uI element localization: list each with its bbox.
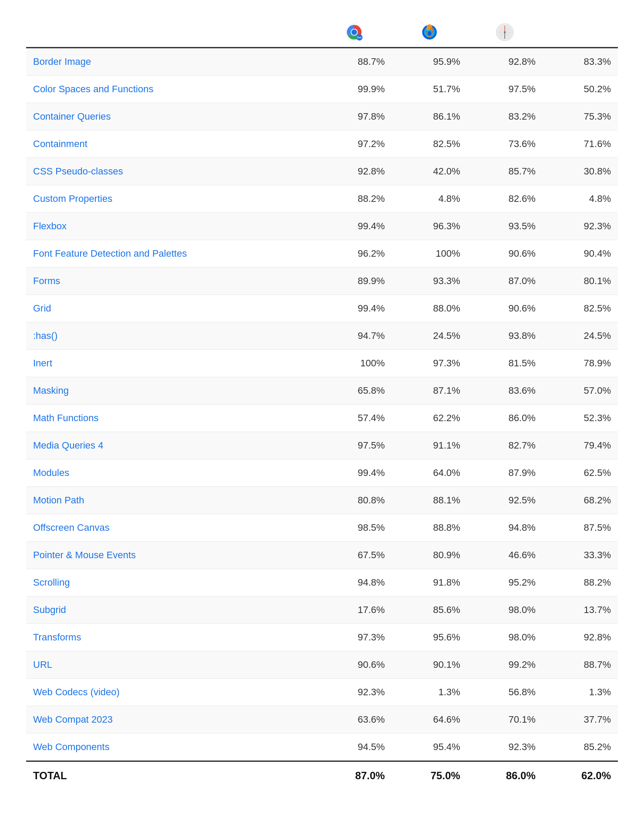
interop-value: 90.4%	[543, 240, 618, 268]
table-row: Media Queries 4 97.5% 91.1% 82.7% 79.4%	[26, 432, 618, 459]
area-name[interactable]: Pointer & Mouse Events	[26, 542, 316, 569]
svg-point-12	[428, 32, 432, 36]
area-col-header	[26, 17, 316, 48]
area-link[interactable]: :has()	[33, 330, 57, 341]
safari-value: 82.7%	[467, 432, 543, 459]
area-name[interactable]: Custom Properties	[26, 185, 316, 213]
chrome-value: 99.4%	[316, 459, 392, 487]
table-row: Grid 99.4% 88.0% 90.6% 82.5%	[26, 295, 618, 322]
table-row: Inert 100% 97.3% 81.5% 78.9%	[26, 350, 618, 377]
area-link[interactable]: Transforms	[33, 632, 81, 643]
chrome-value: 65.8%	[316, 377, 392, 405]
interop-value: 1.3%	[543, 679, 618, 706]
area-name[interactable]: Forms	[26, 268, 316, 295]
area-link[interactable]: Media Queries 4	[33, 440, 103, 451]
chrome-value: 94.7%	[316, 322, 392, 350]
firefox-value: 62.2%	[392, 405, 467, 432]
area-name[interactable]: Offscreen Canvas	[26, 514, 316, 542]
area-link[interactable]: URL	[33, 659, 52, 670]
chrome-value: 63.6%	[316, 706, 392, 734]
area-link[interactable]: Border Image	[33, 56, 91, 67]
area-link[interactable]: Inert	[33, 358, 52, 369]
area-name[interactable]: Containment	[26, 131, 316, 158]
area-name[interactable]: :has()	[26, 322, 316, 350]
safari-value: 97.5%	[467, 76, 543, 103]
area-name[interactable]: Color Spaces and Functions	[26, 76, 316, 103]
area-name[interactable]: Modules	[26, 459, 316, 487]
safari-value: 98.0%	[467, 596, 543, 624]
area-name[interactable]: Flexbox	[26, 213, 316, 240]
area-link[interactable]: Modules	[33, 467, 69, 478]
area-link[interactable]: Custom Properties	[33, 193, 112, 204]
safari-value: 90.6%	[467, 295, 543, 322]
table-row: Custom Properties 88.2% 4.8% 82.6% 4.8%	[26, 185, 618, 213]
safari-value: 92.3%	[467, 734, 543, 761]
safari-value: 56.8%	[467, 679, 543, 706]
area-link[interactable]: CSS Pseudo-classes	[33, 166, 123, 177]
table-row: :has() 94.7% 24.5% 93.8% 24.5%	[26, 322, 618, 350]
chrome-value: 100%	[316, 350, 392, 377]
total-firefox: 75.0%	[392, 761, 467, 790]
svg-point-2	[351, 30, 357, 35]
chrome-value: 94.5%	[316, 734, 392, 761]
firefox-value: 88.0%	[392, 295, 467, 322]
total-safari: 86.0%	[467, 761, 543, 790]
area-link[interactable]: Subgrid	[33, 604, 66, 615]
area-link[interactable]: Color Spaces and Functions	[33, 84, 153, 94]
area-name[interactable]: Masking	[26, 377, 316, 405]
table-row: Subgrid 17.6% 85.6% 98.0% 13.7%	[26, 596, 618, 624]
area-name[interactable]: Web Codecs (video)	[26, 679, 316, 706]
area-link[interactable]: Forms	[33, 275, 60, 286]
area-name[interactable]: Container Queries	[26, 103, 316, 131]
area-link[interactable]: Offscreen Canvas	[33, 522, 110, 533]
area-link[interactable]: Web Components	[33, 741, 110, 752]
area-name[interactable]: Inert	[26, 350, 316, 377]
area-link[interactable]: Scrolling	[33, 577, 70, 588]
area-link[interactable]: Font Feature Detection and Palettes	[33, 248, 187, 259]
area-name[interactable]: CSS Pseudo-classes	[26, 158, 316, 185]
firefox-value: 93.3%	[392, 268, 467, 295]
safari-value: 92.5%	[467, 487, 543, 514]
area-name[interactable]: Font Feature Detection and Palettes	[26, 240, 316, 268]
area-name[interactable]: Motion Path	[26, 487, 316, 514]
area-link[interactable]: Motion Path	[33, 495, 84, 506]
area-name[interactable]: Subgrid	[26, 596, 316, 624]
safari-value: 83.6%	[467, 377, 543, 405]
chrome-value: 97.5%	[316, 432, 392, 459]
area-link[interactable]: Math Functions	[33, 412, 98, 423]
area-link[interactable]: Containment	[33, 138, 87, 149]
area-name[interactable]: Media Queries 4	[26, 432, 316, 459]
interop-value: 50.2%	[543, 76, 618, 103]
firefox-value: 87.1%	[392, 377, 467, 405]
interop-col-header	[543, 17, 618, 48]
safari-value: 93.5%	[467, 213, 543, 240]
area-name[interactable]: URL	[26, 651, 316, 679]
firefox-value: 95.4%	[392, 734, 467, 761]
firefox-value: 91.8%	[392, 569, 467, 596]
area-link[interactable]: Grid	[33, 303, 51, 314]
svg-text:Dev: Dev	[357, 36, 362, 39]
chrome-value: 92.8%	[316, 158, 392, 185]
chrome-value: 97.2%	[316, 131, 392, 158]
chrome-value: 88.2%	[316, 185, 392, 213]
area-link[interactable]: Masking	[33, 385, 69, 396]
area-name[interactable]: Transforms	[26, 624, 316, 651]
area-link[interactable]: Flexbox	[33, 221, 67, 231]
area-link[interactable]: Container Queries	[33, 111, 111, 122]
area-link[interactable]: Pointer & Mouse Events	[33, 550, 136, 560]
table-row: Scrolling 94.8% 91.8% 95.2% 88.2%	[26, 569, 618, 596]
area-link[interactable]: Web Codecs (video)	[33, 687, 120, 697]
chrome-value: 67.5%	[316, 542, 392, 569]
table-row: CSS Pseudo-classes 92.8% 42.0% 85.7% 30.…	[26, 158, 618, 185]
area-name[interactable]: Scrolling	[26, 569, 316, 596]
chrome-value: 99.4%	[316, 295, 392, 322]
firefox-icon	[420, 23, 439, 42]
firefox-col-header	[392, 17, 467, 48]
chrome-value: 80.8%	[316, 487, 392, 514]
area-name[interactable]: Web Compat 2023	[26, 706, 316, 734]
area-name[interactable]: Math Functions	[26, 405, 316, 432]
area-name[interactable]: Grid	[26, 295, 316, 322]
area-link[interactable]: Web Compat 2023	[33, 714, 113, 725]
area-name[interactable]: Web Components	[26, 734, 316, 761]
area-name[interactable]: Border Image	[26, 48, 316, 76]
